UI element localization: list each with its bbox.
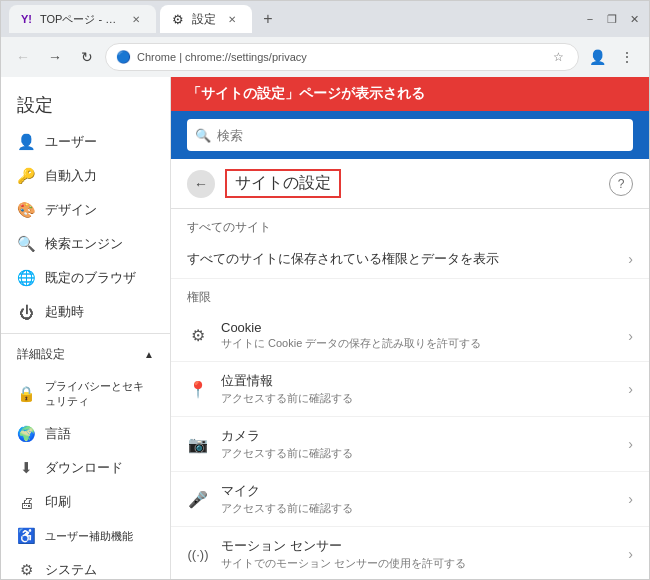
toolbar-right: 👤 ⋮ <box>583 43 641 71</box>
perm-arrow-cookie: › <box>628 328 633 344</box>
permission-item-motion[interactable]: ((·)) モーション センサー サイトでのモーション センサーの使用を許可する… <box>171 527 649 579</box>
permission-item-mic[interactable]: 🎤 マイク アクセスする前に確認する › <box>171 472 649 527</box>
tab-yahoo[interactable]: Y! TOPページ - ゲームならYahoo!モバ... ✕ <box>9 5 156 33</box>
location-icon: 📍 <box>187 378 209 400</box>
sidebar-item-privacy[interactable]: 🔒 プライバシーとセキュリティ <box>1 371 170 417</box>
mic-icon: 🎤 <box>187 488 209 510</box>
window-controls: − ❐ ✕ <box>583 12 641 26</box>
sidebar-label-design: デザイン <box>45 201 97 219</box>
sidebar-label-print: 印刷 <box>45 493 71 511</box>
annotation-top-bar: 「サイトの設定」ページが表示される <box>171 77 649 111</box>
permission-text-cookie: Cookie サイトに Cookie データの保存と読み取りを許可する <box>221 320 616 351</box>
maximize-button[interactable]: ❐ <box>605 12 619 26</box>
sidebar: 設定 👤 ユーザー 🔑 自動入力 🎨 デザイン 🔍 検索エンジン 🌐 既定のブラ… <box>1 77 171 579</box>
sidebar-label-accessibility: ユーザー補助機能 <box>45 529 133 544</box>
address-favicon: 🔵 <box>116 50 131 64</box>
permissions-section-label: 権限 <box>171 279 649 310</box>
sidebar-title: 設定 <box>1 85 170 125</box>
startup-icon: ⏻ <box>17 303 35 321</box>
perm-name-camera: カメラ <box>221 427 616 445</box>
sidebar-item-print[interactable]: 🖨 印刷 <box>1 485 170 519</box>
permission-text-location: 位置情報 アクセスする前に確認する <box>221 372 616 406</box>
perm-name-motion: モーション センサー <box>221 537 616 555</box>
page-content: 設定 👤 ユーザー 🔑 自動入力 🎨 デザイン 🔍 検索エンジン 🌐 既定のブラ… <box>1 77 649 579</box>
motion-icon: ((·)) <box>187 543 209 565</box>
new-tab-button[interactable]: + <box>256 7 280 31</box>
sidebar-item-user[interactable]: 👤 ユーザー <box>1 125 170 159</box>
help-button[interactable]: ? <box>609 172 633 196</box>
design-icon: 🎨 <box>17 201 35 219</box>
camera-icon: 📷 <box>187 433 209 455</box>
browser-frame: Y! TOPページ - ゲームならYahoo!モバ... ✕ ⚙ 設定 ✕ + … <box>0 0 650 580</box>
perm-arrow-motion: › <box>628 546 633 562</box>
tab-label-settings: 設定 <box>192 11 216 28</box>
sidebar-item-search[interactable]: 🔍 検索エンジン <box>1 227 170 261</box>
search-input-container[interactable]: 🔍 <box>187 119 633 151</box>
permission-item-location[interactable]: 📍 位置情報 アクセスする前に確認する › <box>171 362 649 417</box>
sidebar-item-startup[interactable]: ⏻ 起動時 <box>1 295 170 329</box>
all-sites-section-label: すべてのサイト <box>171 209 649 240</box>
main-area: 「サイトの設定」ページが表示される 🔍 ← サイトの設定 ? すべてのサイト <box>171 77 649 579</box>
tab-label-yahoo: TOPページ - ゲームならYahoo!モバ... <box>40 12 120 27</box>
sidebar-item-system[interactable]: ⚙ システム <box>1 553 170 579</box>
minimize-button[interactable]: − <box>583 12 597 26</box>
perm-desc-location: アクセスする前に確認する <box>221 391 616 406</box>
sidebar-item-accessibility[interactable]: ♿ ユーザー補助機能 <box>1 519 170 553</box>
close-button[interactable]: ✕ <box>627 12 641 26</box>
tab-close-yahoo[interactable]: ✕ <box>128 11 144 27</box>
sidebar-item-language[interactable]: 🌍 言語 <box>1 417 170 451</box>
sidebar-label-language: 言語 <box>45 425 71 443</box>
address-bar[interactable]: 🔵 Chrome | chrome://settings/privacy ☆ <box>105 43 579 71</box>
sidebar-label-download: ダウンロード <box>45 459 123 477</box>
reload-button[interactable]: ↻ <box>73 43 101 71</box>
site-settings-title: サイトの設定 <box>225 169 341 198</box>
download-icon: ⬇ <box>17 459 35 477</box>
advanced-arrow-icon: ▲ <box>144 349 154 360</box>
permission-text-motion: モーション センサー サイトでのモーション センサーの使用を許可する <box>221 537 616 571</box>
sidebar-item-download[interactable]: ⬇ ダウンロード <box>1 451 170 485</box>
all-sites-row[interactable]: すべてのサイトに保存されている権限とデータを表示 › <box>171 240 649 279</box>
menu-button[interactable]: ⋮ <box>613 43 641 71</box>
user-icon: 👤 <box>17 133 35 151</box>
search-input[interactable] <box>217 128 625 143</box>
sidebar-divider <box>1 333 170 334</box>
advanced-label: 詳細設定 <box>17 346 65 363</box>
star-icon[interactable]: ☆ <box>548 47 568 67</box>
perm-name-mic: マイク <box>221 482 616 500</box>
permission-item-camera[interactable]: 📷 カメラ アクセスする前に確認する › <box>171 417 649 472</box>
profile-button[interactable]: 👤 <box>583 43 611 71</box>
sidebar-label-search: 検索エンジン <box>45 235 123 253</box>
system-icon: ⚙ <box>17 561 35 579</box>
sidebar-label-browser: 既定のブラウザ <box>45 269 136 287</box>
perm-name-cookie: Cookie <box>221 320 616 335</box>
tab-settings[interactable]: ⚙ 設定 ✕ <box>160 5 252 33</box>
perm-arrow-camera: › <box>628 436 633 452</box>
permission-text-mic: マイク アクセスする前に確認する <box>221 482 616 516</box>
sidebar-advanced-section[interactable]: 詳細設定 ▲ <box>1 338 170 371</box>
search-engine-icon: 🔍 <box>17 235 35 253</box>
permission-item-cookie[interactable]: ⚙ Cookie サイトに Cookie データの保存と読み取りを許可する › <box>171 310 649 362</box>
perm-desc-cookie: サイトに Cookie データの保存と読み取りを許可する <box>221 336 616 351</box>
annotation-top-text: 「サイトの設定」ページが表示される <box>187 85 425 103</box>
title-bar: Y! TOPページ - ゲームならYahoo!モバ... ✕ ⚙ 設定 ✕ + … <box>1 1 649 37</box>
perm-arrow-mic: › <box>628 491 633 507</box>
forward-button[interactable]: → <box>41 43 69 71</box>
sidebar-item-design[interactable]: 🎨 デザイン <box>1 193 170 227</box>
nav-bar: ← → ↻ 🔵 Chrome | chrome://settings/priva… <box>1 37 649 77</box>
sidebar-label-startup: 起動時 <box>45 303 84 321</box>
sidebar-item-browser[interactable]: 🌐 既定のブラウザ <box>1 261 170 295</box>
all-sites-desc: すべてのサイトに保存されている権限とデータを表示 <box>187 250 628 268</box>
sidebar-item-autofill[interactable]: 🔑 自動入力 <box>1 159 170 193</box>
perm-name-location: 位置情報 <box>221 372 616 390</box>
browser-icon: 🌐 <box>17 269 35 287</box>
back-button[interactable]: ← <box>9 43 37 71</box>
search-bar: 🔍 <box>171 111 649 159</box>
search-icon: 🔍 <box>195 128 211 143</box>
perm-desc-motion: サイトでのモーション センサーの使用を許可する <box>221 556 616 571</box>
privacy-icon: 🔒 <box>17 385 35 403</box>
tab-favicon-settings: ⚙ <box>172 12 184 27</box>
perm-desc-mic: アクセスする前に確認する <box>221 501 616 516</box>
tab-close-settings[interactable]: ✕ <box>224 11 240 27</box>
permission-text-camera: カメラ アクセスする前に確認する <box>221 427 616 461</box>
back-to-privacy-button[interactable]: ← <box>187 170 215 198</box>
